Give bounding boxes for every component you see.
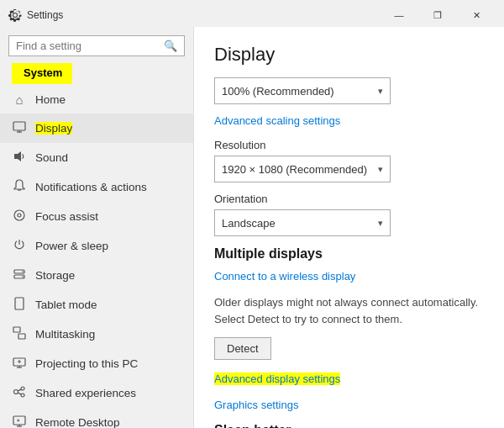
projecting-icon [12,356,27,372]
svg-rect-0 [13,122,25,130]
orientation-dropdown[interactable]: Landscape ▾ [214,209,391,236]
svg-line-21 [18,393,21,394]
resolution-group: Resolution 1920 × 1080 (Recommended) ▾ [214,139,484,182]
resolution-label: Resolution [214,139,484,151]
sound-icon [12,150,27,166]
sidebar-label-multitasking: Multitasking [35,328,95,341]
svg-point-17 [14,390,18,394]
power-icon [12,238,27,254]
sidebar-item-power[interactable]: Power & sleep [0,231,193,261]
sidebar-item-shared[interactable]: Shared experiences [0,378,193,408]
orientation-label: Orientation [214,193,484,205]
orientation-group: Orientation Landscape ▾ [214,193,484,236]
sleep-heading: Sleep better [214,423,484,428]
minimize-button[interactable]: — [380,2,418,29]
orientation-value: Landscape [222,217,276,230]
titlebar-title: Settings [27,9,63,21]
scale-group: 100% (Recommended) ▾ [214,77,484,104]
content-panel: Display 100% (Recommended) ▾ Advanced sc… [193,27,504,428]
sidebar-label-sound: Sound [35,151,68,164]
graphics-settings-link[interactable]: Graphics settings [214,399,484,411]
sidebar: 🔍 System ⌂ Home Display Sound [0,27,193,428]
resolution-chevron-icon: ▾ [378,164,383,175]
remote-icon [12,415,27,428]
titlebar: Settings — ❐ ✕ [0,0,504,27]
detect-description: Older displays might not always connect … [214,294,484,327]
sidebar-label-remote: Remote Desktop [35,416,120,428]
scale-value: 100% (Recommended) [222,85,334,98]
app-body: 🔍 System ⌂ Home Display Sound [0,27,504,428]
multitasking-icon [12,326,27,342]
svg-line-20 [18,389,21,391]
search-box[interactable]: 🔍 [8,35,185,56]
notifications-icon [12,179,27,195]
sidebar-item-projecting[interactable]: Projecting to this PC [0,349,193,378]
advanced-display-link[interactable]: Advanced display settings [214,373,340,385]
resolution-value: 1920 × 1080 (Recommended) [222,163,367,176]
search-icon: 🔍 [164,40,177,52]
sidebar-label-tablet: Tablet mode [35,299,97,311]
svg-rect-12 [13,327,20,332]
sidebar-label-storage: Storage [35,269,75,282]
display-icon [12,120,27,136]
sidebar-item-tablet[interactable]: Tablet mode [0,290,193,320]
focus-icon [12,209,27,225]
tablet-icon [12,297,27,313]
advanced-scaling-link[interactable]: Advanced scaling settings [214,114,484,127]
resolution-dropdown[interactable]: 1920 × 1080 (Recommended) ▾ [214,156,391,182]
svg-rect-13 [18,334,25,339]
titlebar-controls: — ❐ ✕ [380,2,496,29]
scale-chevron-icon: ▾ [378,86,383,97]
settings-icon [8,8,22,22]
svg-point-4 [14,210,24,220]
sidebar-item-remote[interactable]: Remote Desktop [0,408,193,428]
sidebar-label-display: Display [35,122,72,135]
sidebar-label-projecting: Projecting to this PC [35,357,138,370]
scale-dropdown[interactable]: 100% (Recommended) ▾ [214,77,391,104]
sidebar-item-storage[interactable]: Storage [0,261,193,290]
system-section-label: System [12,63,72,84]
search-input[interactable] [16,40,164,52]
sidebar-item-display[interactable]: Display [0,114,193,143]
sidebar-item-focus[interactable]: Focus assist [0,202,193,231]
orientation-chevron-icon: ▾ [378,218,383,229]
svg-marker-3 [14,151,21,161]
svg-point-9 [22,276,24,277]
detect-button[interactable]: Detect [214,337,271,360]
sidebar-item-multitasking[interactable]: Multitasking [0,320,193,349]
sidebar-item-sound[interactable]: Sound [0,143,193,172]
svg-point-8 [22,271,24,272]
sidebar-item-home[interactable]: ⌂ Home [0,86,193,114]
sidebar-label-power: Power & sleep [35,240,108,252]
maximize-button[interactable]: ❐ [418,2,457,29]
close-button[interactable]: ✕ [457,2,496,29]
sidebar-label-home: Home [35,93,66,106]
shared-icon [12,385,27,401]
svg-point-5 [18,214,21,217]
svg-point-18 [21,387,24,390]
sidebar-label-notifications: Notifications & actions [35,181,147,193]
connect-wireless-link[interactable]: Connect to a wireless display [214,270,484,283]
sidebar-label-shared: Shared experiences [35,387,136,399]
home-icon: ⌂ [12,92,27,107]
titlebar-left: Settings [8,8,63,22]
multiple-displays-heading: Multiple displays [214,246,484,262]
svg-point-19 [21,394,24,397]
page-title: Display [214,44,484,66]
sidebar-label-focus: Focus assist [35,210,98,223]
storage-icon [12,267,27,283]
sidebar-item-notifications[interactable]: Notifications & actions [0,172,193,202]
